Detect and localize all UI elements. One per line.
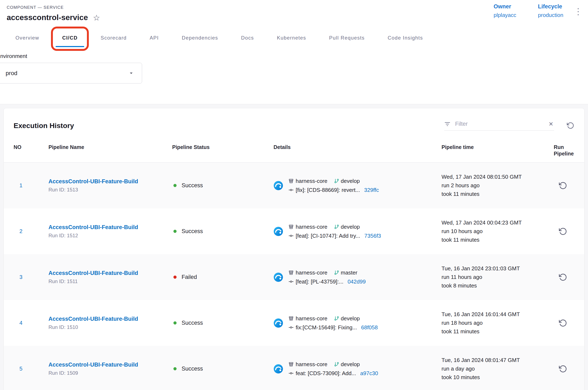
repo-name: harness-core <box>296 315 327 322</box>
table-header: NO Pipeline Name Pipeline Status Details… <box>4 144 584 163</box>
repo-icon <box>289 270 294 275</box>
time-duration: took 10 minutes <box>441 373 554 382</box>
commit-sha-link[interactable]: 329ffc <box>364 187 379 193</box>
environment-section: Environment prod <box>0 53 588 84</box>
status-dot <box>173 230 177 233</box>
time-absolute: Tue, 16 Jan 2024 16:01:44 GMT <box>441 310 554 319</box>
pipeline-name-link[interactable]: AccessControl-UBI-Feature-Build <box>48 224 172 231</box>
commit-message: fix:[CCM-15649]: Fixing... <box>296 324 357 331</box>
filter-box: ✕ <box>444 121 554 131</box>
commit-sha-link[interactable]: 7356f3 <box>364 233 381 239</box>
tab-pull-requests[interactable]: Pull Requests <box>320 31 374 47</box>
environment-select[interactable]: prod <box>0 63 142 84</box>
pipeline-time-cell: Tue, 16 Jan 2024 23:01:03 GMT run 11 hou… <box>441 264 554 290</box>
pipeline-name-link[interactable]: AccessControl-UBI-Feature-Build <box>48 270 172 276</box>
time-relative: run 11 hours ago <box>441 273 554 281</box>
git-commit-icon <box>289 188 294 193</box>
chevron-down-icon <box>128 70 134 76</box>
owner-block: Owner plplayacc <box>494 3 516 18</box>
status-dot <box>173 321 177 325</box>
tab-dependencies[interactable]: Dependencies <box>173 31 227 47</box>
run-pipeline-button[interactable] <box>559 181 567 190</box>
run-id: Run ID: 1510 <box>48 324 172 330</box>
col-pipeline-time: Pipeline time <box>441 144 554 157</box>
git-branch-icon <box>334 224 339 229</box>
run-pipeline-button[interactable] <box>559 365 567 373</box>
kebab-menu-icon[interactable]: ⋮ <box>574 7 583 16</box>
tab-ci-cd[interactable]: CI/CD <box>53 31 87 47</box>
pipeline-name-cell: AccessControl-UBI-Feature-Build Run ID: … <box>48 224 172 239</box>
harness-pipeline-icon <box>274 364 283 374</box>
run-pipeline-button[interactable] <box>559 227 567 236</box>
pipeline-name-link[interactable]: AccessControl-UBI-Feature-Build <box>48 178 172 185</box>
status-label: Failed <box>182 274 197 280</box>
filter-icon <box>444 121 451 127</box>
environment-label: Environment <box>0 53 588 59</box>
pipeline-name-link[interactable]: AccessControl-UBI-Feature-Build <box>48 316 172 322</box>
run-pipeline-button[interactable] <box>559 319 567 327</box>
details-cell: harness-core develop [feat]: [CI-10747]:… <box>274 224 441 239</box>
owner-link[interactable]: plplayacc <box>494 12 516 18</box>
tab-kubernetes[interactable]: Kubernetes <box>268 31 315 47</box>
git-branch-icon <box>334 316 339 321</box>
clear-filter-icon[interactable]: ✕ <box>548 121 554 127</box>
tab-overview[interactable]: Overview <box>6 31 48 47</box>
tab-scorecard[interactable]: Scorecard <box>91 31 136 47</box>
repo-icon <box>289 316 294 321</box>
row-number-link[interactable]: 2 <box>14 228 48 235</box>
repo-icon <box>289 362 294 367</box>
rerun-icon <box>559 181 567 190</box>
row-number-link[interactable]: 3 <box>14 274 48 280</box>
time-relative: run 18 hours ago <box>441 319 554 327</box>
repo-icon <box>289 179 294 184</box>
rerun-icon <box>559 227 567 236</box>
commit-sha-link[interactable]: 042d99 <box>348 279 366 285</box>
favorite-star-icon[interactable]: ☆ <box>93 14 100 22</box>
pipeline-time-cell: Wed, 17 Jan 2024 08:01:50 GMT run 2 hour… <box>441 173 554 198</box>
pipeline-name-cell: AccessControl-UBI-Feature-Build Run ID: … <box>48 362 172 376</box>
repo-name: harness-core <box>296 224 327 230</box>
harness-pipeline-icon <box>274 318 283 328</box>
card-title: Execution History <box>14 122 444 130</box>
git-branch-icon <box>334 270 339 275</box>
refresh-button[interactable] <box>567 122 574 129</box>
commit-message: [feat]: [PL-43759]:... <box>296 279 343 285</box>
row-number-link[interactable]: 4 <box>14 320 48 326</box>
lifecycle-link[interactable]: production <box>538 12 563 18</box>
tab-docs[interactable]: Docs <box>232 31 263 47</box>
status-label: Success <box>182 182 203 189</box>
row-number-link[interactable]: 1 <box>14 182 48 189</box>
tab-code-insights[interactable]: Code Insights <box>378 31 432 47</box>
filter-input[interactable] <box>455 121 544 127</box>
status-dot <box>173 184 177 187</box>
table-row: 2 AccessControl-UBI-Feature-Build Run ID… <box>4 208 584 254</box>
commit-sha-link[interactable]: a97c30 <box>360 370 378 377</box>
pipeline-name-link[interactable]: AccessControl-UBI-Feature-Build <box>48 362 172 368</box>
commit-sha-link[interactable]: 68f058 <box>361 324 378 331</box>
time-relative: run 10 hours ago <box>441 227 554 236</box>
environment-selected-value: prod <box>6 70 17 77</box>
time-relative: run a day ago <box>441 364 554 373</box>
rerun-icon <box>559 273 567 281</box>
table-body: 1 AccessControl-UBI-Feature-Build Run ID… <box>4 163 584 390</box>
git-commit-icon <box>289 233 294 238</box>
repo-name: harness-core <box>296 269 327 276</box>
git-branch-icon <box>334 362 339 367</box>
branch-name: develop <box>341 361 360 368</box>
rerun-icon <box>559 365 567 373</box>
branch-name: master <box>341 269 357 276</box>
run-pipeline-button[interactable] <box>559 273 567 281</box>
pipeline-status-cell: Success <box>172 366 274 372</box>
owner-label: Owner <box>494 3 516 10</box>
harness-pipeline-icon <box>274 227 283 236</box>
row-number-link[interactable]: 5 <box>14 366 48 372</box>
branch-name: develop <box>341 178 360 184</box>
run-id: Run ID: 1513 <box>48 187 172 193</box>
pipeline-name-cell: AccessControl-UBI-Feature-Build Run ID: … <box>48 270 172 284</box>
run-id: Run ID: 1509 <box>48 370 172 376</box>
pipeline-status-cell: Success <box>172 182 274 189</box>
tab-api[interactable]: API <box>140 31 168 47</box>
execution-history-card: Execution History ✕ NO Pipeline Name Pip… <box>4 108 584 390</box>
commit-message: feat: [CDS-73090]: Add... <box>296 370 356 377</box>
pipeline-status-cell: Success <box>172 320 274 326</box>
